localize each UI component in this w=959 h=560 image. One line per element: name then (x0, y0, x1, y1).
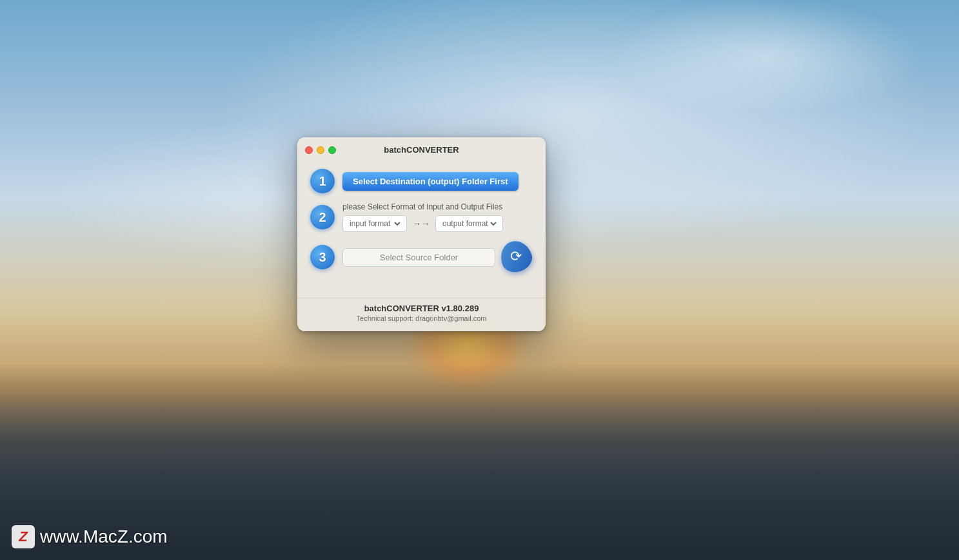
step3-content: Select Source Folder (342, 241, 533, 273)
watermark: Z www.MacZ.com (12, 525, 168, 548)
output-format-select[interactable]: output format JPG PNG TIFF BMP GIF HEIC … (440, 218, 499, 229)
output-format-select-wrapper[interactable]: output format JPG PNG TIFF BMP GIF HEIC … (435, 215, 503, 232)
step3-row: 3 Select Source Folder (310, 241, 533, 273)
watermark-z-icon: Z (12, 525, 35, 548)
step3-inner-row: Select Source Folder (342, 241, 533, 273)
maximize-button[interactable] (328, 146, 336, 154)
input-format-select[interactable]: input format JPG PNG TIFF BMP GIF HEIC P… (347, 218, 402, 229)
close-button[interactable] (305, 146, 313, 154)
app-window: batchCONVERTER 1 Select Destination (out… (297, 137, 546, 331)
converter-icon-visual (496, 237, 536, 276)
input-format-select-wrapper[interactable]: input format JPG PNG TIFF BMP GIF HEIC P… (342, 215, 407, 232)
minimize-button[interactable] (317, 146, 324, 154)
step2-number: 2 (310, 205, 335, 229)
step1-row: 1 Select Destination (output) Folder Fir… (310, 169, 533, 193)
traffic-lights (305, 146, 336, 154)
window-footer: batchCONVERTER v1.80.289 Technical suppo… (297, 298, 546, 331)
step2-description: please Select Format of Input and Output… (342, 202, 533, 211)
watermark-url: www.MacZ.com (40, 526, 168, 547)
step2-row: 2 please Select Format of Input and Outp… (310, 202, 533, 232)
window-titlebar: batchCONVERTER (297, 137, 546, 162)
step1-number: 1 (310, 169, 335, 193)
step1-content: Select Destination (output) Folder First (342, 172, 533, 191)
step3-number: 3 (310, 245, 335, 269)
select-destination-button[interactable]: Select Destination (output) Folder First (342, 172, 519, 191)
step2-content: please Select Format of Input and Output… (342, 202, 533, 232)
format-row: input format JPG PNG TIFF BMP GIF HEIC P… (342, 215, 533, 232)
footer-version: batchCONVERTER v1.80.289 (310, 304, 533, 313)
converter-icon (500, 241, 533, 273)
footer-support: Technical support: dragonbtv@gmail.com (310, 314, 533, 322)
format-arrow: →→ (412, 218, 430, 229)
window-body: 1 Select Destination (output) Folder Fir… (297, 162, 546, 295)
select-source-button[interactable]: Select Source Folder (342, 248, 495, 267)
window-title: batchCONVERTER (384, 145, 459, 155)
